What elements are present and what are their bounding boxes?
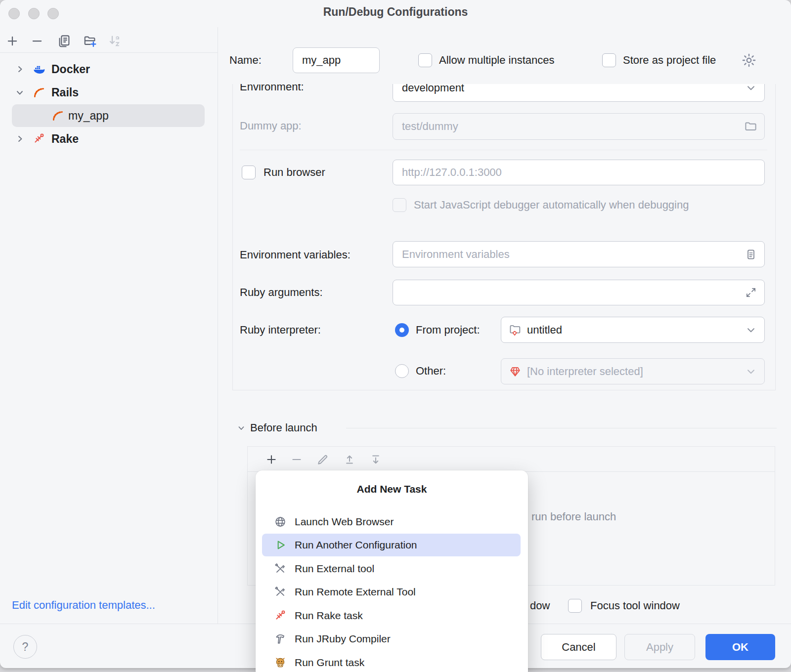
tree-item-label[interactable]: my_app — [68, 108, 109, 124]
name-value: my_app — [302, 54, 341, 67]
browser-url-input[interactable]: http://127.0.0.1:3000 — [393, 160, 765, 185]
run-browser-label: Run browser — [264, 165, 325, 180]
copy-icon — [57, 34, 72, 48]
pencil-icon — [316, 453, 330, 466]
browse-variables-icon[interactable] — [745, 248, 757, 261]
environment-value: development — [402, 84, 464, 94]
gem-icon — [508, 365, 522, 378]
minus-icon — [290, 453, 304, 466]
browser-url-placeholder: http://127.0.0.1:3000 — [402, 166, 502, 179]
run-browser-checkbox[interactable] — [242, 166, 256, 179]
folder-gem-icon — [508, 323, 522, 337]
chevron-down-icon[interactable] — [745, 84, 757, 94]
before-launch-title[interactable]: Before launch — [250, 420, 317, 435]
menu-item-run-jruby-compiler[interactable]: Run JRuby Compiler — [256, 628, 528, 651]
menu-item-label: Run Remote External Tool — [295, 586, 416, 598]
other-interpreter-value: [No interpreter selected] — [527, 365, 643, 378]
environment-variables-label: Environment variables: — [240, 248, 351, 262]
chevron-down-icon[interactable] — [14, 86, 26, 98]
menu-item-run-rake-task[interactable]: Run Rake task — [256, 604, 528, 627]
chevron-down-icon — [745, 365, 757, 378]
from-project-radio[interactable] — [395, 323, 409, 337]
dummy-app-placeholder: test/dummy — [402, 120, 458, 133]
dummy-app-input: test/dummy — [393, 113, 765, 140]
question-mark: ? — [22, 640, 29, 654]
tree-item-label[interactable]: Docker — [51, 61, 90, 77]
environment-label: Environment: — [240, 84, 304, 94]
ok-button[interactable]: OK — [705, 634, 775, 660]
focus-tool-window-checkbox[interactable] — [568, 599, 582, 613]
sidebar-item-docker[interactable]: Docker — [0, 58, 218, 81]
other-label: Other: — [416, 364, 446, 378]
cancel-button[interactable]: Cancel — [541, 634, 616, 660]
tree-item-label[interactable]: Rails — [51, 84, 79, 100]
apply-button: Apply — [624, 634, 695, 660]
configuration-form: Environment: development Dummy app: test… — [232, 84, 776, 390]
arrow-down-to-line-icon — [369, 453, 383, 466]
move-task-up-button — [342, 452, 357, 467]
copy-configuration-button[interactable] — [57, 34, 72, 48]
grunt-icon — [274, 656, 287, 669]
chevron-right-icon[interactable] — [14, 63, 26, 75]
menu-item-label: Launch Web Browser — [295, 516, 394, 528]
menu-item-run-remote-external-tool[interactable]: Run Remote External Tool — [256, 581, 528, 604]
popup-title: Add New Task — [256, 483, 528, 495]
menu-item-label: Run Another Configuration — [295, 539, 417, 551]
minus-icon — [30, 34, 44, 48]
rake-icon — [274, 609, 287, 622]
menu-item-run-grunt-task[interactable]: Run Grunt task — [256, 651, 528, 672]
menu-item-run-external-tool[interactable]: Run External tool — [256, 557, 528, 580]
ruby-arguments-input[interactable] — [393, 280, 765, 305]
gear-icon — [741, 52, 757, 69]
ruby-arguments-label: Ruby arguments: — [240, 285, 323, 300]
menu-item-run-another-configuration[interactable]: Run Another Configuration — [256, 534, 528, 557]
chevron-right-icon[interactable] — [14, 133, 26, 145]
menu-item-label: Run Grunt task — [295, 657, 364, 669]
other-interpreter-select: [No interpreter selected] — [501, 358, 765, 384]
docker-icon — [33, 63, 45, 76]
sidebar-divider — [218, 27, 218, 624]
section-chevron-down-icon[interactable] — [235, 422, 247, 434]
expand-icon[interactable] — [745, 286, 757, 299]
help-button[interactable]: ? — [13, 635, 37, 659]
store-as-project-file-label: Store as project file — [623, 53, 716, 68]
js-debugger-checkbox — [393, 198, 406, 212]
focus-tool-window-label: Focus tool window — [590, 598, 680, 613]
edit-configuration-templates-link[interactable]: Edit configuration templates... — [12, 598, 155, 613]
sidebar-item-my-app[interactable]: my_app — [0, 104, 218, 127]
folder-icon — [744, 120, 757, 133]
sort-configurations-button — [107, 34, 122, 48]
add-task-button[interactable] — [264, 452, 279, 467]
from-project-label: From project: — [416, 323, 480, 337]
globe-icon — [274, 515, 287, 528]
sidebar-item-rake[interactable]: Rake — [0, 127, 218, 150]
new-folder-button[interactable] — [83, 34, 97, 48]
remove-configuration-button[interactable] — [30, 34, 44, 48]
ruby-interpreter-label: Ruby interpreter: — [240, 323, 321, 337]
activate-tool-window-label-fragment: dow — [530, 598, 550, 613]
sidebar-toolbar-divider — [0, 52, 218, 53]
js-debugger-label: Start JavaScript debugger automatically … — [414, 198, 689, 212]
other-interpreter-radio[interactable] — [395, 364, 409, 378]
chevron-down-icon[interactable] — [745, 324, 757, 336]
sidebar-item-rails[interactable]: Rails — [0, 81, 218, 104]
name-label: Name: — [229, 53, 262, 68]
menu-item-launch-web-browser[interactable]: Launch Web Browser — [256, 510, 528, 533]
name-input[interactable]: my_app — [293, 47, 380, 73]
plus-icon — [264, 453, 278, 466]
allow-multiple-instances-checkbox[interactable] — [418, 53, 432, 67]
plus-icon — [5, 34, 20, 48]
add-configuration-button[interactable] — [5, 34, 20, 48]
environment-variables-input[interactable]: Environment variables — [393, 241, 765, 267]
environment-variables-placeholder: Environment variables — [402, 248, 510, 261]
tree-item-label[interactable]: Rake — [51, 131, 79, 147]
edit-task-button — [315, 452, 330, 467]
dialog-title: Run/Debug Configurations — [0, 5, 791, 19]
empty-tasks-message: run before launch — [531, 509, 616, 524]
project-interpreter-select[interactable]: untitled — [501, 317, 765, 343]
hammer-icon — [274, 632, 287, 645]
menu-item-label: Run JRuby Compiler — [295, 633, 391, 645]
environment-select[interactable]: development — [393, 84, 765, 102]
store-settings-gear-button[interactable] — [741, 52, 757, 69]
store-as-project-file-checkbox[interactable] — [602, 53, 616, 67]
